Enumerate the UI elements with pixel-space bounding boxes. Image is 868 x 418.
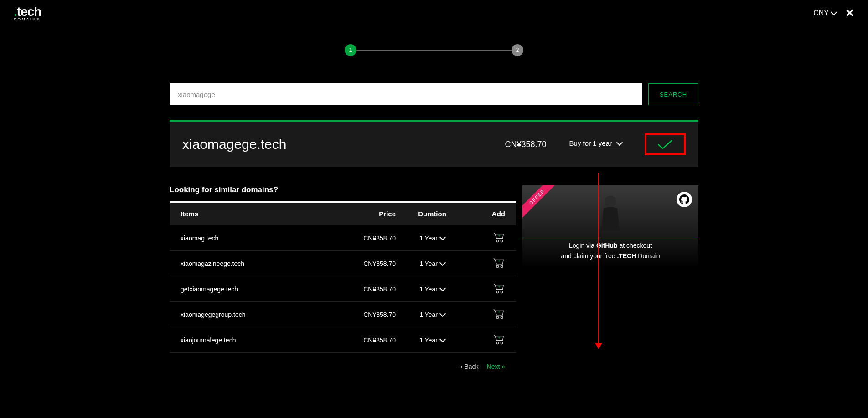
row-price: CN¥358.70 — [332, 311, 396, 318]
close-icon[interactable]: ✕ — [845, 7, 854, 20]
currency-label: CNY — [813, 9, 829, 17]
svg-text:+: + — [498, 285, 500, 289]
svg-text:+: + — [498, 234, 500, 238]
row-add[interactable]: + — [469, 283, 505, 295]
github-logo-icon — [679, 194, 689, 204]
row-price: CN¥358.70 — [332, 285, 396, 293]
row-duration[interactable]: 1 Year — [396, 260, 469, 267]
buy-duration-select[interactable]: Buy for 1 year — [569, 139, 622, 149]
step-1: 1 — [345, 44, 356, 56]
annotation-arrow-line — [598, 173, 599, 345]
search-button[interactable]: SEARCH — [648, 83, 698, 105]
svg-point-8 — [501, 291, 503, 293]
row-domain: xiaomagazineege.tech — [181, 260, 332, 267]
row-add[interactable]: + — [469, 308, 505, 321]
cart-icon: + — [493, 232, 505, 243]
pagination-next[interactable]: Next » — [487, 363, 505, 370]
step-2: 2 — [512, 44, 523, 56]
svg-point-10 — [496, 316, 499, 319]
result-domain: xiaomagege.tech — [182, 137, 287, 152]
step-line — [356, 50, 512, 51]
table-row: xiaojournalege.techCN¥358.701 Year + — [170, 327, 516, 353]
two-column: Looking for similar domains? Items Price… — [170, 185, 698, 380]
progress-stepper: 1 2 — [0, 44, 868, 56]
offer-banner: OFFER — [522, 185, 560, 220]
row-duration[interactable]: 1 Year — [396, 234, 469, 242]
svg-text:+: + — [498, 259, 500, 264]
row-add[interactable]: + — [469, 334, 505, 346]
buy-duration-label: Buy for 1 year — [569, 139, 612, 147]
main-container: SEARCH xiaomagege.tech CN¥358.70 Buy for… — [170, 83, 698, 418]
table-row: getxiaomagege.techCN¥358.701 Year + — [170, 276, 516, 302]
row-domain: xiaomag.tech — [181, 234, 332, 242]
row-price: CN¥358.70 — [332, 336, 396, 344]
table-header: Items Price Duration Add — [170, 203, 516, 225]
svg-point-11 — [501, 316, 503, 319]
result-right: CN¥358.70 Buy for 1 year — [505, 133, 686, 155]
promo-divider — [522, 240, 698, 240]
col-header-duration: Duration — [396, 210, 469, 218]
similar-domains-section: Looking for similar domains? Items Price… — [170, 185, 516, 380]
add-to-cart-check[interactable] — [645, 133, 686, 155]
promo-column: OFFER Login via GitHub at checkout — [522, 185, 698, 380]
row-price: CN¥358.70 — [332, 234, 396, 242]
similar-heading: Looking for similar domains? — [170, 185, 516, 194]
row-domain: xiaomagegegroup.tech — [181, 311, 332, 318]
silhouette-icon — [583, 190, 638, 240]
cart-icon: + — [493, 308, 505, 319]
chevron-down-icon — [439, 260, 446, 266]
promo-text: Login via GitHub at checkout and claim y… — [522, 240, 698, 261]
row-domain: xiaojournalege.tech — [181, 336, 332, 344]
col-header-add: Add — [469, 210, 505, 218]
chevron-down-icon — [831, 9, 837, 15]
cart-icon: + — [493, 334, 505, 345]
row-add[interactable]: + — [469, 257, 505, 270]
chevron-down-icon — [439, 311, 446, 317]
header-right: CNY ✕ — [813, 7, 854, 20]
table-row: xiaomagazineege.techCN¥358.701 Year + — [170, 251, 516, 276]
search-input[interactable] — [170, 83, 642, 105]
header: .tech DOMAINS CNY ✕ — [0, 0, 868, 26]
svg-text:+: + — [498, 310, 500, 315]
chevron-down-icon — [439, 234, 446, 240]
svg-point-1 — [496, 240, 499, 242]
promo-card[interactable]: OFFER Login via GitHub at checkout — [522, 185, 698, 267]
annotation-arrow-head — [595, 343, 602, 349]
svg-point-14 — [501, 342, 503, 344]
logo-dot: . — [14, 5, 17, 19]
cart-icon: + — [493, 257, 505, 268]
svg-point-5 — [501, 265, 503, 268]
chevron-down-icon — [439, 285, 446, 291]
github-icon — [677, 192, 692, 207]
row-domain: getxiaomagege.tech — [181, 285, 332, 293]
row-price: CN¥358.70 — [332, 260, 396, 267]
currency-selector[interactable]: CNY — [813, 9, 836, 17]
svg-point-4 — [496, 265, 499, 268]
pagination-back[interactable]: « Back — [459, 363, 479, 370]
svg-point-13 — [496, 342, 499, 344]
row-duration[interactable]: 1 Year — [396, 336, 469, 344]
pagination: « Back Next » — [170, 353, 516, 380]
result-card: xiaomagege.tech CN¥358.70 Buy for 1 year — [170, 122, 698, 167]
col-header-price: Price — [332, 210, 396, 218]
chevron-down-icon — [439, 336, 446, 342]
search-row: SEARCH — [170, 83, 698, 105]
svg-point-2 — [501, 240, 503, 242]
svg-point-7 — [496, 291, 499, 293]
chevron-down-icon — [616, 139, 623, 146]
row-duration[interactable]: 1 Year — [396, 311, 469, 318]
svg-text:+: + — [498, 336, 500, 340]
cart-icon: + — [493, 283, 505, 294]
row-duration[interactable]: 1 Year — [396, 285, 469, 293]
result-price: CN¥358.70 — [505, 140, 547, 149]
logo[interactable]: .tech DOMAINS — [14, 5, 41, 21]
table-row: xiaomagegegroup.techCN¥358.701 Year + — [170, 302, 516, 327]
check-icon — [657, 139, 673, 150]
table-row: xiaomag.techCN¥358.701 Year + — [170, 225, 516, 251]
row-add[interactable]: + — [469, 232, 505, 244]
logo-subtext: DOMAINS — [14, 17, 40, 21]
col-header-items: Items — [181, 210, 332, 218]
